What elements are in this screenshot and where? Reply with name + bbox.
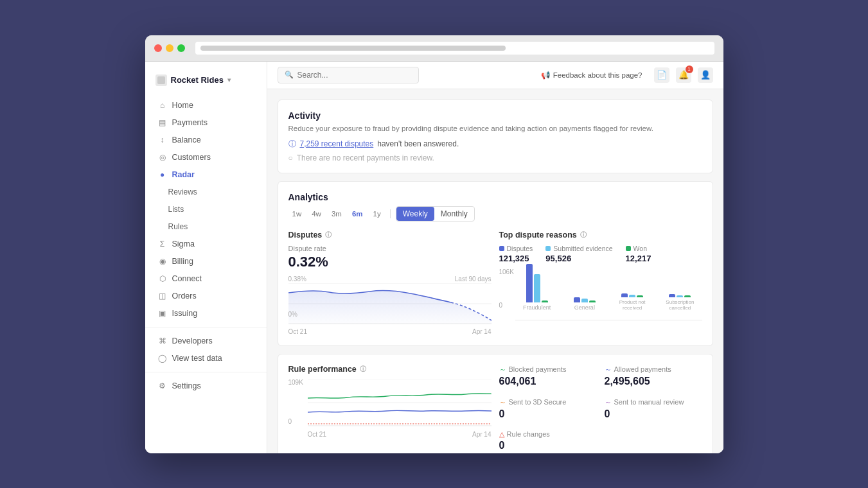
disputes-info-icon[interactable]: ⓘ — [325, 231, 332, 240]
sidebar-label-lists: Lists — [168, 205, 184, 214]
sidebar-label-radar: Radar — [172, 170, 195, 179]
allowed-wave-icon: ～ — [605, 365, 612, 374]
bar-fraudulent-disputes — [526, 264, 533, 302]
rule-perf-info-icon[interactable]: ⓘ — [360, 365, 366, 374]
rule-chart-inner: Oct 21 Apr 14 — [308, 379, 492, 438]
bar-label-fraudulent: Fraudulent — [523, 304, 551, 311]
notifications-button[interactable]: 🔔 1 — [676, 67, 691, 83]
sidebar-item-reviews[interactable]: Reviews — [148, 184, 264, 200]
chart-date-end: Apr 14 — [472, 328, 491, 335]
sidebar-item-sigma[interactable]: Σ Sigma — [148, 236, 264, 252]
sidebar-item-lists[interactable]: Lists — [148, 201, 264, 218]
rule-chart-start: Oct 21 — [308, 431, 326, 438]
disputes-section-title: Disputes ⓘ — [288, 231, 492, 240]
metric-allowed-label: ～ Allowed payments — [605, 365, 702, 374]
sidebar-item-developers[interactable]: ⌘ Developers — [148, 333, 264, 349]
3d-wave-icon: ～ — [499, 397, 506, 407]
top-reasons-info-icon[interactable]: ⓘ — [580, 231, 587, 240]
bar-label-subscription: Subscriptioncancelled — [666, 299, 694, 311]
bar-group-subscription-bars — [669, 255, 691, 297]
search-box[interactable]: 🔍 — [278, 67, 419, 83]
activity-payments-info: ○ There are no recent payments in review… — [288, 153, 702, 162]
sidebar-item-connect[interactable]: ⬡ Connect — [148, 270, 264, 287]
close-dot[interactable] — [154, 44, 162, 52]
metric-blocked-label: ～ Blocked payments — [499, 365, 597, 374]
sidebar-item-payments[interactable]: ▤ Payments — [148, 114, 264, 131]
sidebar-label-connect: Connect — [172, 274, 202, 283]
bar-general-evidence — [581, 299, 588, 302]
metric-allowed: ～ Allowed payments 2,495,605 — [605, 365, 702, 387]
docs-icon-button[interactable]: 📄 — [654, 67, 669, 83]
home-icon: ⌂ — [158, 101, 167, 110]
sidebar-label-orders: Orders — [172, 292, 197, 301]
bar-product-evidence — [629, 295, 635, 297]
activity-card: Activity Reduce your exposure to fraud b… — [278, 100, 713, 173]
sidebar-item-settings[interactable]: ⚙ Settings — [148, 378, 264, 394]
sidebar-label-payments: Payments — [172, 118, 208, 127]
balance-icon: ↕ — [158, 135, 167, 144]
minimize-dot[interactable] — [166, 44, 173, 52]
main-content: Activity Reduce your exposure to fraud b… — [267, 89, 723, 453]
tab-monthly[interactable]: Monthly — [434, 207, 474, 221]
sidebar-item-customers[interactable]: ◎ Customers — [148, 149, 264, 166]
metric-manual: ～ Sent to manual review 0 — [605, 397, 702, 420]
tab-3m[interactable]: 3m — [328, 207, 346, 220]
dispute-rate-label: Dispute rate — [288, 245, 492, 252]
sidebar-item-rules[interactable]: Rules — [148, 218, 264, 235]
rule-performance-card: Rule performance ⓘ 109K 0 — [278, 354, 713, 453]
billing-icon: ◉ — [158, 257, 167, 266]
svg-rect-0 — [157, 76, 165, 84]
sidebar-label-settings: Settings — [172, 381, 201, 390]
top-reasons-title: Top dispute reasons ⓘ — [499, 231, 702, 240]
tab-1w[interactable]: 1w — [288, 207, 306, 220]
radar-icon: ● — [158, 170, 167, 179]
url-text — [200, 46, 506, 51]
metric-rule-changes-value: 0 — [499, 440, 597, 451]
browser-titlebar — [145, 35, 723, 62]
bar-group-subscription: Subscriptioncancelled — [658, 255, 702, 311]
bar-fraudulent-won — [542, 301, 548, 302]
tab-4w[interactable]: 4w — [308, 207, 325, 220]
search-input[interactable] — [297, 71, 412, 80]
sidebar-item-radar[interactable]: ● Radar — [148, 166, 264, 183]
sigma-icon: Σ — [158, 240, 167, 248]
bar-chart-zero-label: 0 — [499, 302, 503, 309]
tab-weekly[interactable]: Weekly — [396, 207, 434, 221]
period-group: Weekly Monthly — [396, 206, 475, 222]
rule-changes-triangle-icon: △ — [499, 430, 504, 439]
bar-group-product: Product notreceived — [610, 255, 654, 311]
metric-won-label: Won — [626, 245, 651, 252]
sidebar-label-home: Home — [172, 101, 193, 110]
sidebar-label-customers: Customers — [172, 153, 211, 162]
logo-text: Rocket Rides — [171, 75, 224, 85]
rule-perf-chart-side: Rule performance ⓘ 109K 0 — [288, 365, 492, 453]
search-icon: 🔍 — [285, 71, 294, 79]
tab-6m[interactable]: 6m — [348, 207, 367, 220]
rule-perf-grid: Rule performance ⓘ 109K 0 — [288, 365, 702, 453]
sidebar-item-billing[interactable]: ◉ Billing — [148, 253, 264, 270]
sidebar-item-home[interactable]: ⌂ Home — [148, 97, 264, 114]
metric-3d-label: ～ Sent to 3D Secure — [499, 397, 597, 407]
metric-evidence-label: Submitted evidence — [545, 245, 612, 252]
logo-icon — [155, 74, 167, 86]
top-reasons-section: Top dispute reasons ⓘ Disputes — [499, 231, 702, 335]
sidebar-label-rules: Rules — [168, 222, 188, 231]
sidebar-item-view-test[interactable]: ◯ View test data — [148, 350, 264, 367]
chart-date-start: Oct 21 — [288, 328, 307, 335]
chart-y-bottom: 0% — [288, 311, 297, 318]
developers-icon: ⌘ — [158, 336, 167, 345]
disputes-link[interactable]: 7,259 recent disputes — [300, 139, 374, 148]
sidebar-item-issuing[interactable]: ▣ Issuing — [148, 305, 264, 322]
bar-group-fraudulent: Fraudulent — [515, 260, 559, 311]
top-reasons-title-text: Top dispute reasons — [499, 231, 577, 240]
metric-manual-value: 0 — [605, 408, 702, 420]
maximize-dot[interactable] — [177, 44, 185, 52]
dispute-rate-value: 0.32% — [288, 254, 492, 270]
sidebar-logo[interactable]: Rocket Rides ▾ — [145, 69, 267, 96]
tab-1y[interactable]: 1y — [369, 207, 385, 220]
sidebar-item-orders[interactable]: ◫ Orders — [148, 288, 264, 304]
feedback-button[interactable]: 📢 Feedback about this page? — [536, 68, 648, 82]
sidebar-item-balance[interactable]: ↕ Balance — [148, 132, 264, 148]
bar-fraudulent-evidence — [534, 274, 540, 302]
user-avatar[interactable]: 👤 — [698, 67, 713, 83]
